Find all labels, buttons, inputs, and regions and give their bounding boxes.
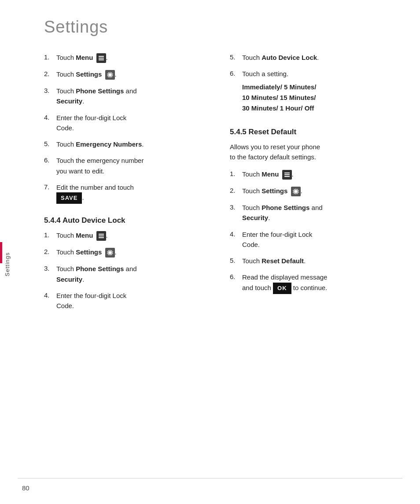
sidebar-label-wrapper: Settings [0, 252, 14, 276]
menu-icon-3 [282, 170, 292, 180]
ok-button-label: OK [273, 283, 291, 294]
menu-icon [96, 53, 106, 63]
sidebar: Settings [0, 0, 14, 504]
auto-lock-step-1: 1. Touch Menu . [44, 230, 212, 241]
right-step-5: 5. Touch Auto Device Lock. [230, 52, 398, 63]
save-button-label: SAVE [56, 192, 82, 204]
emergency-steps-list: 1. Touch Menu . 2. Touch Settings [44, 52, 212, 204]
settings-icon-3 [291, 187, 301, 196]
reset-step-6: 6. Read the displayed messageand touch O… [230, 272, 398, 294]
auto-lock-step-3: 3. Touch Phone Settings andSecurity. [44, 264, 212, 284]
step-6: 6. Touch the emergency numberyou want to… [44, 155, 212, 176]
settings-icon [105, 70, 115, 80]
main-content: Settings 1. Touch Menu . 2. Touch Settin… [18, 0, 420, 504]
step-1: 1. Touch Menu . [44, 52, 212, 63]
step-3: 3. Touch Phone Settings andSecurity. [44, 86, 212, 107]
step-7: 7. Edit the number and touch SAVE. [44, 182, 212, 204]
sidebar-label: Settings [4, 252, 11, 276]
columns-container: 1. Touch Menu . 2. Touch Settings [44, 52, 398, 323]
section-545-heading: 5.4.5 Reset Default [230, 128, 398, 136]
auto-lock-steps-right: 5. Touch Auto Device Lock. 6. Touch a se… [230, 52, 398, 115]
left-column: 1. Touch Menu . 2. Touch Settings [44, 52, 212, 323]
right-column: 5. Touch Auto Device Lock. 6. Touch a se… [230, 52, 398, 323]
reset-step-2: 2. Touch Settings . [230, 186, 398, 196]
page-title: Settings [44, 18, 398, 37]
setting-options: Immediately/ 5 Minutes/10 Minutes/ 15 Mi… [242, 82, 316, 114]
auto-lock-step-4: 4. Enter the four-digit LockCode. [44, 291, 212, 311]
reset-steps-list: 1. Touch Menu . 2. Touch Settings [230, 169, 398, 294]
reset-step-4: 4. Enter the four-digit LockCode. [230, 229, 398, 250]
step-4: 4. Enter the four-digit LockCode. [44, 113, 212, 133]
section-544-heading: 5.4.4 Auto Device Lock [44, 216, 212, 225]
page-number: 80 [22, 484, 29, 492]
step-2: 2. Touch Settings . [44, 69, 212, 80]
step-5: 5. Touch Emergency Numbers. [44, 139, 212, 149]
footer-divider [18, 478, 402, 478]
menu-icon-2 [96, 231, 106, 241]
reset-step-3: 3. Touch Phone Settings andSecurity. [230, 202, 398, 223]
reset-step-5: 5. Touch Reset Default. [230, 256, 398, 266]
auto-lock-step-2: 2. Touch Settings . [44, 247, 212, 258]
settings-icon-2 [105, 248, 115, 258]
reset-step-1: 1. Touch Menu . [230, 169, 398, 180]
right-step-6: 6. Touch a setting. Immediately/ 5 Minut… [230, 69, 398, 115]
auto-lock-steps-list: 1. Touch Menu . 2. Touch Settings [44, 230, 212, 311]
section-545-desc: Allows you to reset your phoneto the fac… [230, 142, 398, 162]
